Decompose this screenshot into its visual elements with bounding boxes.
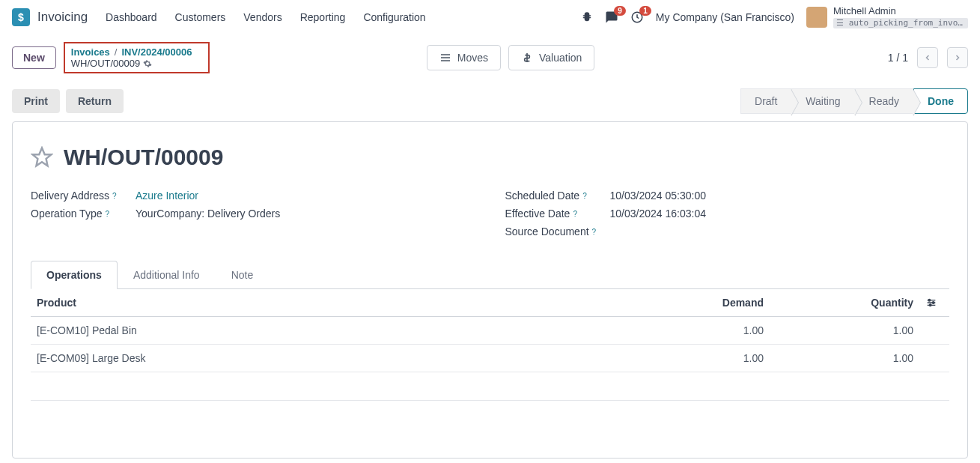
field-delivery-address: Delivery Address? Azure Interior [31, 190, 475, 202]
operation-type-value: YourCompany: Delivery Orders [136, 208, 280, 220]
pager-next[interactable] [947, 47, 968, 68]
list-icon [439, 52, 451, 64]
topnav-right: 9 1 My Company (San Francisco) Mitchell … [581, 5, 968, 28]
cell-product: [E-COM09] Large Desk [31, 345, 620, 372]
control-panel: New Invoices / INV/2024/00006 WH/OUT/000… [0, 34, 980, 81]
bc-current: WH/OUT/00009 [71, 58, 140, 69]
status-ready[interactable]: Ready [855, 88, 913, 114]
messages-badge: 9 [614, 6, 626, 16]
cell-demand: 1.00 [620, 345, 770, 372]
pager-prev[interactable] [917, 47, 938, 68]
field-scheduled-date: Scheduled Date? 10/03/2024 05:30:00 [505, 190, 950, 202]
return-button[interactable]: Return [66, 89, 124, 113]
help-icon[interactable]: ? [573, 210, 577, 218]
field-operation-type: Operation Type? YourCompany: Delivery Or… [31, 208, 475, 220]
table-footer-row [31, 372, 949, 401]
th-settings[interactable] [919, 289, 949, 317]
nav-dashboard[interactable]: Dashboard [106, 11, 157, 23]
dollar-icon [521, 52, 533, 64]
status-waiting[interactable]: Waiting [791, 88, 854, 114]
activities-icon[interactable]: 1 [630, 10, 644, 24]
moves-button[interactable]: Moves [427, 45, 501, 70]
th-demand[interactable]: Demand [620, 289, 770, 317]
help-icon[interactable]: ? [592, 228, 597, 236]
new-button[interactable]: New [12, 46, 56, 69]
nav-vendors[interactable]: Vendors [243, 11, 281, 23]
user-name: Mitchell Admin [833, 5, 968, 18]
user-menu[interactable]: Mitchell Admin ☰ auto_picking_from_invoi… [806, 5, 968, 28]
table-row[interactable]: [E-COM10] Pedal Bin 1.00 1.00 [31, 317, 949, 345]
operations-table: Product Demand Quantity [E-COM10] Pedal … [31, 289, 949, 443]
print-button[interactable]: Print [12, 89, 60, 113]
star-icon[interactable] [31, 146, 53, 169]
status-done[interactable]: Done [913, 88, 968, 114]
bc-invoices[interactable]: Invoices [71, 46, 110, 58]
field-effective-date: Effective Date? 10/03/2024 16:03:04 [505, 208, 950, 220]
activities-badge: 1 [639, 6, 651, 16]
app-icon[interactable]: $ [12, 8, 30, 26]
th-product[interactable]: Product [31, 289, 620, 317]
tabs: Operations Additional Info Note [31, 260, 949, 289]
cell-demand: 1.00 [620, 317, 770, 345]
svg-point-1 [928, 299, 931, 301]
status-draft[interactable]: Draft [740, 88, 791, 114]
user-info: Mitchell Admin ☰ auto_picking_from_invoi… [833, 5, 968, 28]
nav-reporting[interactable]: Reporting [300, 11, 346, 23]
bug-icon[interactable] [581, 11, 593, 23]
picking-title: WH/OUT/00009 [64, 145, 223, 170]
valuation-button[interactable]: Valuation [508, 45, 594, 70]
help-icon[interactable]: ? [105, 210, 109, 218]
bc-sep: / [115, 46, 118, 58]
tab-additional-info[interactable]: Additional Info [118, 261, 216, 289]
help-icon[interactable]: ? [112, 192, 117, 200]
th-quantity[interactable]: Quantity [770, 289, 919, 317]
cell-quantity: 1.00 [770, 317, 919, 345]
bc-invoice-num[interactable]: INV/2024/00006 [121, 46, 192, 58]
effective-date-value: 10/03/2024 16:03:04 [610, 208, 706, 220]
company-selector[interactable]: My Company (San Francisco) [656, 11, 794, 23]
help-icon[interactable]: ? [582, 192, 587, 200]
nav-configuration[interactable]: Configuration [363, 11, 425, 23]
svg-point-3 [929, 304, 931, 306]
cell-quantity: 1.00 [770, 345, 919, 372]
table-blank-row [31, 401, 949, 443]
cell-product: [E-COM10] Pedal Bin [31, 317, 620, 345]
pager-text: 1 / 1 [888, 52, 908, 64]
breadcrumb: Invoices / INV/2024/00006 WH/OUT/00009 [64, 42, 210, 73]
table-row[interactable]: [E-COM09] Large Desk 1.00 1.00 [31, 345, 949, 372]
messages-icon[interactable]: 9 [605, 10, 618, 24]
nav-customers[interactable]: Customers [175, 11, 226, 23]
app-name[interactable]: Invoicing [37, 10, 88, 25]
db-name: ☰ auto_picking_from_invoic... [833, 18, 968, 28]
form-sheet: WH/OUT/00009 Delivery Address? Azure Int… [12, 121, 968, 459]
delivery-address-value[interactable]: Azure Interior [136, 190, 198, 202]
tab-operations[interactable]: Operations [31, 261, 118, 289]
field-source-document: Source Document? [505, 226, 950, 237]
pager: 1 / 1 [888, 47, 968, 68]
top-nav: $ Invoicing Dashboard Customers Vendors … [0, 0, 980, 34]
stat-buttons: Moves Valuation [427, 45, 595, 70]
svg-point-2 [932, 302, 934, 304]
tab-note[interactable]: Note [216, 261, 270, 289]
avatar [806, 7, 827, 28]
toolbar: Print Return Draft Waiting Ready Done [0, 81, 980, 121]
gear-icon[interactable] [143, 59, 152, 68]
scheduled-date-value: 10/03/2024 05:30:00 [610, 190, 706, 202]
status-bar: Draft Waiting Ready Done [740, 88, 968, 114]
